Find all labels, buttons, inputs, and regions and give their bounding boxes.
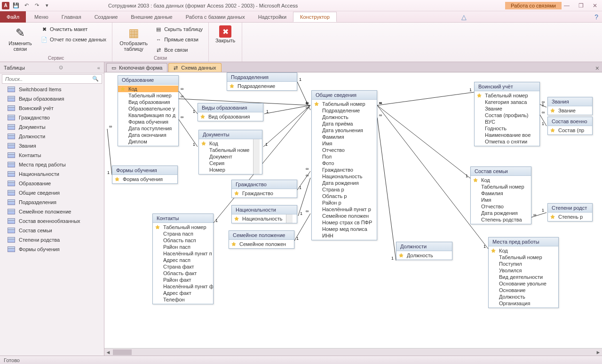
entity-title[interactable]: Документы: [199, 130, 262, 139]
menu-tab[interactable]: Создание: [88, 12, 125, 22]
field[interactable]: Дата рождения: [471, 210, 531, 216]
field[interactable]: Район факт: [153, 277, 213, 283]
field[interactable]: Гражданство: [232, 190, 297, 197]
entity-title[interactable]: Звания: [548, 97, 592, 106]
field[interactable]: Основание увольне: [489, 280, 558, 287]
field[interactable]: Фамилия: [471, 190, 531, 197]
field[interactable]: Табельный номер: [312, 101, 377, 107]
tab-form[interactable]: ▭Кнопочная форма: [106, 63, 167, 72]
field[interactable]: Код: [471, 177, 531, 183]
field[interactable]: Страна пасп: [153, 230, 213, 237]
nav-item[interactable]: Документы: [0, 122, 104, 132]
field[interactable]: Телефон: [153, 296, 213, 303]
field[interactable]: Код: [199, 140, 253, 147]
field[interactable]: Форма обучения: [112, 176, 177, 182]
field[interactable]: Уволился: [489, 267, 558, 274]
nav-item[interactable]: Национальности: [0, 169, 104, 179]
field[interactable]: Табельный номер: [475, 92, 539, 99]
entity-grazhdanstvo[interactable]: ГражданствоГражданство: [231, 180, 297, 198]
entity-obrazovanie[interactable]: ОбразованиеКодТабельный номерВид образов…: [118, 75, 179, 146]
entity-scrollbar[interactable]: [253, 139, 260, 174]
entity-title[interactable]: Должности: [396, 242, 452, 251]
field[interactable]: Дата рождения: [312, 180, 377, 186]
ribbon-min-icon[interactable]: △: [461, 13, 467, 21]
field[interactable]: Организация: [489, 300, 558, 307]
field[interactable]: Семейное положен: [229, 241, 294, 247]
field[interactable]: Табельный номер: [153, 224, 213, 230]
field[interactable]: Дата окончания: [118, 132, 178, 138]
entity-sostavvoen[interactable]: Состав военноСостав (пр: [547, 117, 593, 135]
field[interactable]: Документ: [199, 153, 253, 160]
field[interactable]: Состав (пр: [548, 127, 592, 134]
entity-title[interactable]: Гражданство: [232, 180, 297, 189]
field[interactable]: Степень родства: [471, 216, 531, 223]
entity-sostavsemyi[interactable]: Состав семьиКодТабельный номерФамилияИмя…: [470, 166, 531, 224]
field[interactable]: Должность: [396, 252, 452, 259]
entity-zvaniya[interactable]: ЗванияЗвание: [547, 97, 593, 115]
field[interactable]: Номер: [199, 166, 253, 173]
nav-item[interactable]: Контакты: [0, 150, 104, 160]
qat-dropdown-icon[interactable]: ▾: [42, 1, 52, 10]
field[interactable]: Подразделение: [227, 83, 297, 89]
constructor-tab[interactable]: Конструктор: [293, 12, 337, 22]
entity-stepeni[interactable]: Степени родстСтепень р: [547, 203, 593, 222]
field[interactable]: Квалификация по д: [118, 112, 178, 119]
close-button[interactable]: ✖ Закрыть: [213, 24, 238, 55]
field[interactable]: Фото: [312, 160, 377, 166]
field[interactable]: Диплом: [118, 138, 178, 145]
field[interactable]: Национальность: [232, 215, 286, 222]
undo-icon[interactable]: ↶: [22, 1, 31, 10]
field[interactable]: Основание: [489, 287, 558, 293]
field[interactable]: Национальность: [312, 173, 377, 180]
field[interactable]: ИНН: [312, 232, 377, 239]
search-icon[interactable]: 🔍: [89, 75, 102, 83]
field[interactable]: Должность: [312, 114, 377, 120]
field[interactable]: Степень р: [548, 214, 592, 220]
nav-item[interactable]: Образование: [0, 179, 104, 188]
field[interactable]: Фамилия: [312, 134, 377, 140]
field[interactable]: Район р: [312, 199, 377, 206]
entity-voinskiy[interactable]: Воинский учётТабельный номерКатегория за…: [474, 82, 540, 146]
field[interactable]: Поступил: [489, 261, 558, 267]
entity-title[interactable]: Воинский учёт: [475, 82, 539, 91]
nav-header[interactable]: Таблицы ⊙ «: [0, 62, 104, 73]
field[interactable]: Табельный номер: [118, 92, 178, 99]
field[interactable]: Область пасп: [153, 237, 213, 244]
field[interactable]: Отметка о снятии: [475, 138, 539, 145]
field[interactable]: Код: [489, 247, 558, 254]
collapse-icon[interactable]: «: [97, 65, 100, 71]
field[interactable]: Наименование вое: [475, 132, 539, 138]
field[interactable]: Серия: [199, 160, 253, 166]
nav-item[interactable]: Степени родства: [0, 235, 104, 245]
field[interactable]: Табельный номе: [199, 147, 253, 153]
field[interactable]: Подразделение: [312, 107, 377, 114]
show-table-button[interactable]: ▦ Отобразить таблицу: [116, 24, 151, 55]
scroll-thumb[interactable]: [113, 349, 132, 355]
nav-item[interactable]: Состав военнообязанных: [0, 216, 104, 226]
entity-obshie[interactable]: Общие сведенияТабельный номерПодразделен…: [311, 90, 377, 240]
entity-title[interactable]: Национальности: [232, 206, 297, 214]
field[interactable]: Отчество: [471, 203, 531, 210]
hide-table-button[interactable]: ▤Скрыть таблицу: [153, 24, 205, 34]
field[interactable]: Состав (профиль): [475, 112, 539, 119]
entity-title[interactable]: Образование: [118, 76, 178, 85]
field[interactable]: Дата поступления: [118, 125, 178, 132]
entity-kontakty[interactable]: КонтактыТабельный номерСтрана паспОбласт…: [152, 214, 214, 304]
direct-relations-button[interactable]: ↔Прямые связи: [153, 35, 205, 44]
entity-semeinoe[interactable]: Семейное положениеСемейное положен: [229, 230, 294, 249]
restore-icon[interactable]: ❐: [576, 1, 586, 10]
nav-item[interactable]: Общие сведения: [0, 188, 104, 198]
nav-item[interactable]: Звания: [0, 141, 104, 150]
entity-title[interactable]: Контакты: [153, 214, 213, 223]
field[interactable]: Номер мед полиса: [312, 226, 377, 232]
field[interactable]: Адрес факт: [153, 290, 213, 296]
field[interactable]: Населённый пункт п: [153, 250, 213, 257]
entity-natsionalnosti[interactable]: НациональностиНациональность: [231, 205, 297, 223]
field[interactable]: Код: [118, 86, 178, 92]
nav-item[interactable]: Семейное положение: [0, 207, 104, 216]
field[interactable]: Область факт: [153, 270, 213, 277]
field[interactable]: Пол: [312, 153, 377, 160]
field[interactable]: Область р: [312, 193, 377, 199]
field[interactable]: Дата приёма: [312, 120, 377, 127]
field[interactable]: Номер страх св ПФР: [312, 219, 377, 226]
